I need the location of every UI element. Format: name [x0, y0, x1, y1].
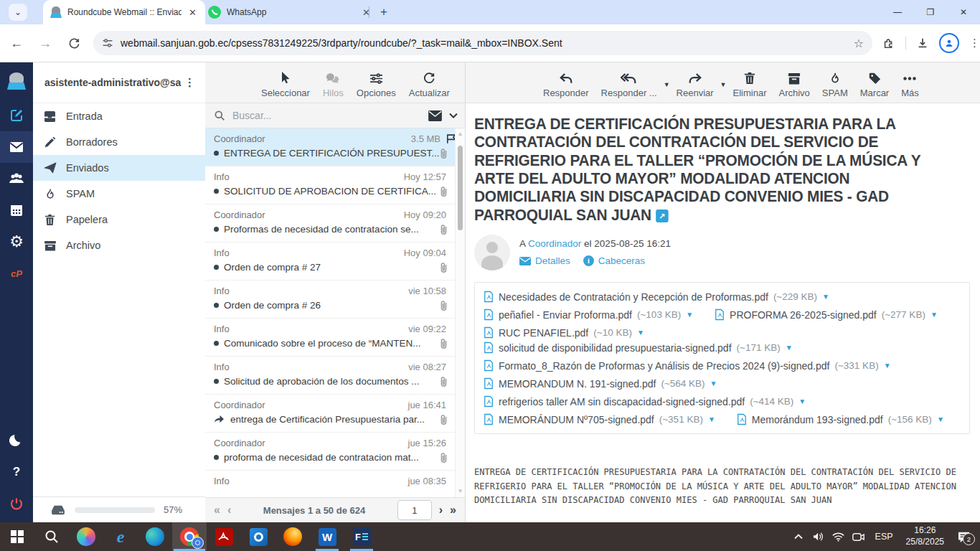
recipient-link[interactable]: Coordinador — [528, 238, 581, 249]
forward-button[interactable]: Reenviar — [677, 71, 714, 98]
tab-close-icon[interactable]: ✕ — [187, 7, 198, 18]
sidebar-item-spam[interactable]: SPAM — [33, 181, 205, 207]
tab-search-button[interactable]: ⌄ — [9, 4, 27, 21]
meet-now-icon[interactable] — [849, 532, 868, 542]
prev-page-icon[interactable]: ‹ — [227, 504, 231, 517]
options-button[interactable]: Opciones — [357, 71, 396, 98]
taskbar-word-button[interactable]: W — [310, 522, 344, 551]
sidebar-item-archivo[interactable]: Archivo — [33, 232, 205, 258]
attachment-menu-icon[interactable]: ▼ — [930, 311, 938, 319]
forward-button[interactable]: → — [33, 31, 57, 55]
archive-button[interactable]: Archivo — [779, 71, 810, 98]
attachment-menu-icon[interactable]: ▼ — [822, 293, 829, 301]
folder-options-icon[interactable]: ⋮ — [182, 76, 198, 89]
url-text[interactable]: webmail.sanjuan.gob.ec/cpsess7831249225/… — [121, 37, 847, 49]
mail-icon[interactable] — [0, 131, 33, 163]
attachment-item[interactable]: peñafiel - Enviar Proforma.pdf (~103 KB)… — [484, 309, 693, 321]
message-row[interactable]: Info Hoy 09:04 Orden de compra # 27 — [205, 242, 465, 281]
search-scope-mail-icon[interactable] — [428, 110, 442, 121]
attachment-menu-icon[interactable]: ▼ — [798, 397, 806, 405]
taskbar-firmador-button[interactable]: F — [344, 522, 379, 551]
downloads-icon[interactable] — [916, 37, 929, 50]
attachment-menu-icon[interactable]: ▼ — [686, 311, 693, 319]
site-settings-icon[interactable] — [102, 37, 113, 49]
taskbar-ie-button[interactable]: e — [103, 522, 138, 551]
search-options-chevron-icon[interactable] — [449, 113, 458, 118]
attachment-menu-icon[interactable]: ▼ — [637, 329, 644, 336]
help-icon[interactable]: ? — [0, 456, 33, 488]
scroll-down-icon[interactable]: ▼ — [456, 487, 465, 496]
delete-button[interactable]: Eliminar — [733, 71, 767, 98]
open-in-new-window-icon[interactable]: ↗ — [656, 209, 668, 222]
browser-tab-roundcube[interactable]: Roundcube Webmail :: Enviados ✕ — [43, 0, 205, 24]
attachment-menu-icon[interactable]: ▼ — [786, 344, 793, 352]
sidebar-item-borradores[interactable]: Borradores — [33, 129, 205, 155]
refresh-button[interactable]: Actualizar — [409, 71, 450, 98]
extensions-icon[interactable] — [882, 37, 895, 50]
attachment-item[interactable]: Memorándum 193-signed.pdf (~156 KB) ▼ — [737, 413, 944, 425]
start-button[interactable] — [0, 522, 34, 551]
new-tab-button[interactable]: + — [374, 3, 393, 22]
search-input[interactable] — [231, 109, 423, 122]
taskbar-edge-button[interactable] — [138, 522, 172, 551]
reply-all-caret-icon[interactable]: ▼ — [664, 81, 670, 88]
scroll-up-icon[interactable]: ▲ — [456, 130, 465, 138]
reply-button[interactable]: Responder — [543, 71, 589, 98]
sidebar-item-enviados[interactable]: Enviados — [33, 155, 205, 181]
page-number-input[interactable] — [397, 500, 432, 520]
account-header[interactable]: asistente-administrativo@sa... ⋮ — [33, 62, 205, 103]
tray-clock[interactable]: 16:2625/8/2025 — [900, 525, 950, 547]
browser-tab-whatsapp[interactable]: WhatsApp ✕ — [201, 0, 379, 24]
compose-icon[interactable] — [0, 100, 33, 131]
attachment-item[interactable]: Formato_8_Razón de Proformas y Análisis … — [484, 359, 891, 372]
window-close-button[interactable]: ✕ — [947, 0, 980, 24]
next-page-icon[interactable]: › — [439, 504, 443, 517]
dark-mode-icon[interactable] — [0, 425, 33, 456]
logout-icon[interactable] — [0, 488, 33, 519]
taskbar-outlook-button[interactable] — [241, 522, 275, 551]
browser-menu-icon[interactable]: ⋮ — [969, 37, 980, 50]
attachment-item[interactable]: solicitud de disponibilidad presupuestar… — [484, 342, 793, 354]
details-toggle[interactable]: Detalles — [519, 255, 570, 266]
message-row[interactable]: Info jue 08:35 — [205, 471, 465, 497]
message-row[interactable]: Coordinador jue 16:41 entrega de Cert — [205, 395, 465, 433]
contacts-icon[interactable] — [0, 163, 33, 194]
threads-button[interactable]: Hilos — [323, 71, 344, 98]
reply-all-button[interactable]: Responder ... — [601, 71, 657, 98]
message-row[interactable]: Coordinador Hoy 09:20 Proformas de ne — [205, 204, 465, 242]
address-bar[interactable]: webmail.sanjuan.gob.ec/cpsess7831249225/… — [93, 31, 872, 55]
input-language[interactable]: ESP — [870, 532, 899, 542]
attachment-item[interactable]: refrigerios taller AM sin discapacidad-s… — [484, 395, 806, 408]
attachment-menu-icon[interactable]: ▼ — [937, 415, 944, 423]
attachment-item[interactable]: RUC PENAFIEL.pdf (~10 KB) ▼ — [484, 326, 644, 339]
spam-button[interactable]: SPAM — [822, 71, 848, 98]
tab-close-icon[interactable]: ✕ — [361, 7, 372, 18]
bookmark-star-icon[interactable]: ☆ — [854, 37, 864, 50]
back-button[interactable]: ← — [4, 31, 29, 55]
mark-button[interactable]: Marcar — [860, 71, 889, 98]
scrollbar-thumb[interactable] — [458, 146, 463, 230]
first-page-icon[interactable]: « — [214, 504, 220, 517]
list-scrollbar[interactable]: ▲ ▼ — [455, 128, 465, 497]
window-minimize-button[interactable]: — — [881, 0, 914, 24]
message-row[interactable]: Info vie 08:27 Solicitud de aprobació — [205, 357, 465, 395]
wifi-icon[interactable] — [829, 532, 848, 542]
last-page-icon[interactable]: » — [450, 504, 456, 517]
message-row[interactable]: Coordinador jue 15:26 proforma de nec — [205, 433, 465, 471]
headers-toggle[interactable]: i Cabeceras — [583, 255, 645, 266]
attachment-item[interactable]: PROFORMA 26-2025-signed.pdf (~277 KB) ▼ — [715, 309, 938, 321]
taskbar-chrome-button[interactable] — [172, 522, 207, 551]
taskbar-acrobat-button[interactable] — [207, 522, 241, 551]
attachment-item[interactable]: MEMORÁNDUM Nº705-signed.pdf (~351 KB) ▼ — [484, 413, 715, 425]
calendar-icon[interactable] — [0, 194, 33, 226]
more-button[interactable]: Más — [901, 71, 919, 98]
notification-center-icon[interactable]: 2 — [951, 531, 976, 542]
message-row[interactable]: Info Hoy 12:57 SOLICITUD DE APROBACIO — [205, 166, 465, 204]
volume-icon[interactable] — [809, 532, 828, 542]
profile-avatar-icon[interactable] — [939, 33, 959, 53]
taskbar-firefox-button[interactable] — [275, 522, 310, 551]
taskbar-search-button[interactable] — [34, 522, 69, 551]
message-row[interactable]: Coordinador 3.5 MB ENTREGA DE CERTIFI — [205, 128, 465, 166]
tray-expand-icon[interactable] — [789, 534, 808, 540]
settings-icon[interactable]: ⚙ — [0, 226, 33, 258]
